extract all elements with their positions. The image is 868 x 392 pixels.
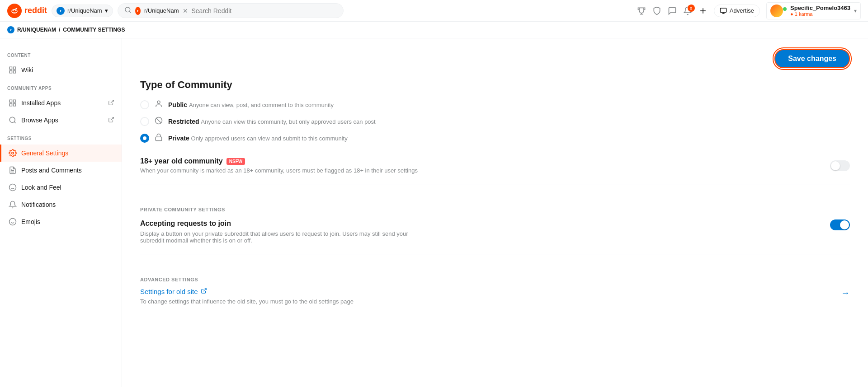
search-active-subreddit: r/UniqueNam	[144, 7, 179, 14]
settings-link-row: Settings for old site	[140, 288, 835, 295]
accepting-requests-toggle[interactable]	[830, 219, 850, 230]
breadcrumb-page: COMMUNITY SETTINGS	[63, 27, 125, 33]
sidebar-posts-comments-label: Posts and Comments	[21, 167, 82, 174]
svg-rect-14	[9, 71, 12, 73]
top-nav: reddit r r/UniqueNam ▾ r r/UniqueNam ✕ 2	[0, 0, 868, 22]
nsfw-toggle[interactable]	[830, 160, 850, 171]
search-bar[interactable]: r r/UniqueNam ✕	[118, 3, 344, 18]
sidebar-item-installed-apps[interactable]: Installed Apps	[0, 94, 122, 112]
nsfw-toggle-row: 18+ year old community NSFW When your co…	[140, 157, 850, 174]
svg-point-2	[13, 10, 14, 11]
public-icon	[155, 100, 163, 109]
svg-point-3	[15, 10, 16, 11]
plus-icon[interactable]	[698, 6, 708, 15]
apps-icon	[9, 99, 17, 107]
user-menu[interactable]: Specific_Pomelo3463 ● 1 karma ▾	[766, 2, 861, 19]
karma: ● 1 karma	[790, 11, 850, 17]
svg-rect-36	[156, 137, 162, 140]
reddit-logo-icon	[7, 4, 22, 18]
sidebar-notifications-label: Notifications	[21, 201, 56, 208]
svg-line-20	[111, 100, 113, 103]
radio-public[interactable]	[140, 100, 149, 109]
wiki-icon	[9, 66, 17, 74]
sidebar-item-look-and-feel[interactable]: Look and Feel	[0, 179, 122, 196]
nsfw-badge: NSFW	[226, 158, 245, 165]
accepting-requests-desc: Display a button on your private subredd…	[140, 230, 420, 244]
sidebar-wiki-label: Wiki	[21, 66, 33, 74]
trophy-icon[interactable]	[637, 6, 646, 15]
sidebar-browse-apps-label: Browse Apps	[21, 117, 58, 124]
search-close-icon[interactable]: ✕	[183, 7, 188, 14]
user-info: Specific_Pomelo3463 ● 1 karma	[790, 5, 850, 17]
bell-icon[interactable]: 2	[683, 6, 692, 15]
radio-private-label: Private Only approved users can view and…	[168, 135, 348, 142]
old-site-link[interactable]: Settings for old site	[140, 288, 207, 295]
avatar	[770, 5, 783, 17]
shield-icon[interactable]	[652, 6, 661, 15]
svg-point-30	[9, 219, 16, 225]
search-small-icon	[9, 116, 17, 124]
private-community-section: PRIVATE COMMUNITY SETTINGS Accepting req…	[140, 185, 850, 244]
sidebar-item-browse-apps[interactable]: Browse Apps	[0, 112, 122, 129]
nav-icons: 2 Advertise Specific_Pomelo3463 ● 1 karm…	[637, 2, 861, 19]
nsfw-info: 18+ year old community NSFW When your co…	[140, 157, 823, 174]
search-subreddit-icon: r	[135, 7, 141, 15]
breadcrumb-separator: /	[59, 27, 60, 33]
svg-line-37	[203, 289, 206, 291]
nsfw-description: When your community is marked as an 18+ …	[140, 167, 823, 174]
username: Specific_Pomelo3463	[790, 5, 850, 11]
svg-rect-12	[9, 67, 12, 69]
radio-restricted[interactable]	[140, 117, 149, 126]
subreddit-pill[interactable]: r r/UniqueNam ▾	[52, 5, 113, 17]
radio-option-public[interactable]: Public Anyone can view, post, and commen…	[140, 100, 850, 109]
svg-rect-16	[9, 100, 12, 102]
radio-option-restricted[interactable]: Restricted Anyone can view this communit…	[140, 117, 850, 126]
gear-icon	[9, 149, 17, 157]
svg-line-22	[14, 121, 15, 123]
sidebar-look-feel-label: Look and Feel	[21, 184, 61, 191]
external-link-icon	[108, 99, 114, 107]
old-site-arrow-button[interactable]: →	[841, 288, 850, 298]
radio-private[interactable]	[140, 134, 149, 143]
logo[interactable]: reddit	[7, 4, 47, 18]
bell-small-icon	[9, 201, 17, 209]
svg-rect-15	[14, 71, 16, 73]
svg-line-23	[111, 117, 113, 120]
restricted-icon	[155, 117, 163, 126]
save-changes-wrapper: Save changes	[140, 49, 850, 68]
radio-restricted-label: Restricted Anyone can view this communit…	[168, 118, 376, 125]
community-type-title: Type of Community	[140, 79, 850, 91]
svg-point-27	[9, 184, 16, 191]
sidebar: CONTENT Wiki COMMUNITY APPS Installed Ap…	[0, 38, 122, 387]
advertise-label: Advertise	[730, 7, 754, 14]
private-settings-label: PRIVATE COMMUNITY SETTINGS	[140, 207, 850, 212]
external-icon	[201, 288, 207, 295]
chat-icon[interactable]	[668, 6, 677, 15]
accepting-requests-toggle-knob	[840, 220, 849, 229]
advertise-button[interactable]: Advertise	[714, 5, 760, 17]
svg-line-35	[156, 118, 161, 123]
old-site-description: To change settings that influence the ol…	[140, 298, 835, 305]
notification-badge: 2	[688, 5, 695, 12]
svg-point-33	[157, 101, 160, 103]
save-changes-button[interactable]: Save changes	[774, 49, 850, 68]
subreddit-name: r/UniqueNam	[67, 7, 102, 14]
svg-rect-17	[14, 100, 16, 102]
svg-rect-13	[14, 67, 16, 69]
sidebar-item-notifications[interactable]: Notifications	[0, 196, 122, 213]
sidebar-section-settings: SETTINGS	[0, 132, 122, 145]
advanced-settings-label: ADVANCED SETTINGS	[140, 277, 850, 282]
sidebar-item-wiki[interactable]: Wiki	[0, 61, 122, 79]
sidebar-item-general-settings[interactable]: General Settings	[0, 145, 122, 162]
old-site-row: Settings for old site To change settings…	[140, 288, 850, 305]
sidebar-item-posts-comments[interactable]: Posts and Comments	[0, 162, 122, 179]
radio-option-private[interactable]: Private Only approved users can view and…	[140, 133, 850, 143]
search-input[interactable]	[192, 7, 337, 14]
svg-point-24	[12, 152, 14, 154]
svg-rect-19	[14, 104, 16, 106]
subreddit-avatar: r	[57, 7, 65, 15]
community-type-section: Type of Community Public Anyone can view…	[140, 79, 850, 143]
breadcrumb-subreddit[interactable]: R/UNIQUENAM	[17, 27, 56, 33]
sidebar-item-emojis[interactable]: Emojis	[0, 213, 122, 230]
sidebar-section-content: CONTENT	[0, 49, 122, 61]
